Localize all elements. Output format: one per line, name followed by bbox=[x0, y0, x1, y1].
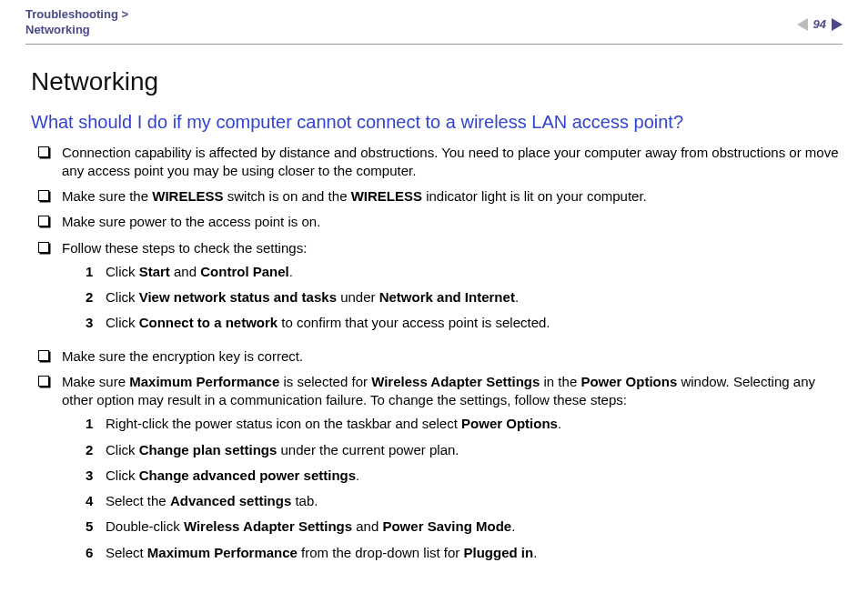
bullet-text: Make sure power to the access point is o… bbox=[62, 213, 843, 231]
checkbox-bullet-icon bbox=[38, 190, 49, 201]
bullet-body: Make sure Maximum Performance is selecte… bbox=[62, 373, 843, 569]
next-page-arrow-icon[interactable] bbox=[832, 18, 843, 31]
bullet-item: Connection capability is affected by dis… bbox=[38, 144, 843, 181]
step-item: Double-click Wireless Adapter Settings a… bbox=[86, 518, 843, 536]
bullet-body: Make sure the encryption key is correct. bbox=[62, 347, 843, 366]
step-item: Click Connect to a network to confirm th… bbox=[86, 314, 843, 332]
step-item: Right-click the power status icon on the… bbox=[86, 415, 843, 433]
breadcrumb-current: Networking bbox=[25, 23, 128, 38]
bullet-item: Make sure power to the access point is o… bbox=[38, 213, 843, 231]
bullet-list: Connection capability is affected by dis… bbox=[31, 144, 843, 569]
prev-page-arrow-icon[interactable] bbox=[797, 18, 808, 31]
step-item: Click Start and Control Panel. bbox=[86, 263, 843, 281]
step-list: Right-click the power status icon on the… bbox=[86, 415, 843, 562]
faq-question: What should I do if my computer cannot c… bbox=[31, 110, 843, 135]
bullet-text: Make sure the WIRELESS switch is on and … bbox=[62, 187, 843, 206]
section-title: Networking bbox=[31, 65, 843, 99]
document-page: Troubleshooting > Networking 94 Networki… bbox=[0, 0, 868, 613]
checkbox-bullet-icon bbox=[38, 376, 49, 387]
bullet-item: Follow these steps to check the settings… bbox=[38, 239, 843, 340]
bullet-text: Connection capability is affected by dis… bbox=[62, 144, 843, 181]
page-nav: 94 bbox=[797, 7, 843, 33]
bullet-item: Make sure the encryption key is correct. bbox=[38, 347, 843, 366]
breadcrumb-parent: Troubleshooting > bbox=[25, 7, 128, 23]
checkbox-bullet-icon bbox=[38, 350, 49, 361]
bullet-text: Make sure the encryption key is correct. bbox=[62, 347, 843, 366]
step-item: Click View network status and tasks unde… bbox=[86, 288, 843, 306]
step-item: Select Maximum Performance from the drop… bbox=[86, 544, 843, 562]
bullet-text: Make sure Maximum Performance is selecte… bbox=[62, 373, 843, 410]
checkbox-bullet-icon bbox=[38, 242, 49, 253]
step-item: Click Change plan settings under the cur… bbox=[86, 441, 843, 459]
bullet-text: Follow these steps to check the settings… bbox=[62, 239, 843, 257]
step-item: Click Change advanced power settings. bbox=[86, 467, 843, 485]
checkbox-bullet-icon bbox=[38, 216, 49, 226]
step-list: Click Start and Control Panel.Click View… bbox=[86, 263, 843, 333]
page-number: 94 bbox=[813, 16, 826, 33]
content-area: Networking What should I do if my comput… bbox=[25, 65, 843, 569]
breadcrumb: Troubleshooting > Networking bbox=[25, 7, 128, 38]
bullet-body: Make sure the WIRELESS switch is on and … bbox=[62, 187, 843, 206]
checkbox-bullet-icon bbox=[38, 146, 49, 157]
bullet-body: Connection capability is affected by dis… bbox=[62, 144, 843, 181]
bullet-item: Make sure Maximum Performance is selecte… bbox=[38, 373, 843, 569]
step-item: Select the Advanced settings tab. bbox=[86, 492, 843, 510]
page-header: Troubleshooting > Networking 94 bbox=[25, 0, 843, 45]
bullet-item: Make sure the WIRELESS switch is on and … bbox=[38, 187, 843, 206]
bullet-body: Follow these steps to check the settings… bbox=[62, 239, 843, 340]
bullet-body: Make sure power to the access point is o… bbox=[62, 213, 843, 231]
